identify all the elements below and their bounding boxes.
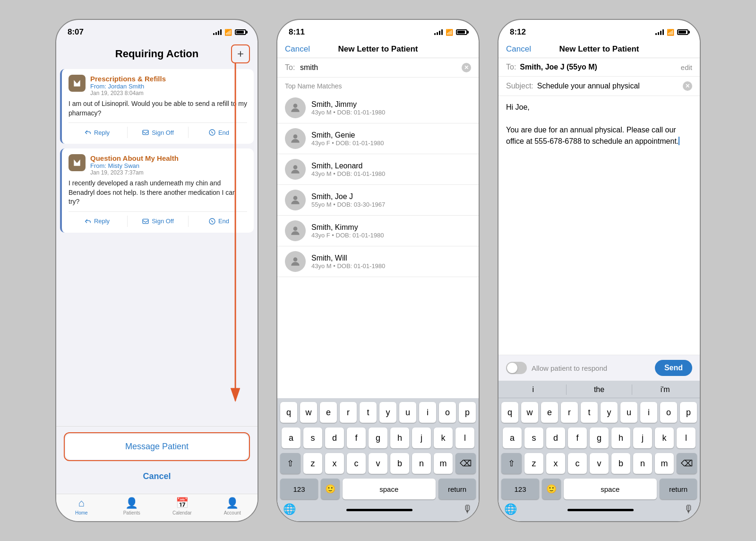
allow-respond-toggle[interactable] xyxy=(506,362,527,374)
key-r[interactable]: r xyxy=(340,402,357,423)
key-g[interactable]: g xyxy=(369,428,387,448)
globe-icon-3[interactable]: 🌐 xyxy=(504,503,517,515)
key3-i[interactable]: i xyxy=(640,402,657,423)
predictive-im[interactable]: i'm xyxy=(632,384,698,395)
msg2-signoff-btn[interactable]: Sign Off xyxy=(129,216,186,227)
key3-k[interactable]: k xyxy=(655,428,674,448)
return-key-3[interactable]: return xyxy=(660,479,697,499)
mic-icon-2[interactable]: 🎙 xyxy=(463,503,473,515)
cancel-action-button[interactable]: Cancel xyxy=(64,465,250,488)
key3-f[interactable]: f xyxy=(568,428,587,448)
key3-h[interactable]: h xyxy=(611,428,630,448)
tab-home[interactable]: ⌂ Home xyxy=(56,497,107,515)
key3-n[interactable]: n xyxy=(633,453,652,474)
shift-key-3[interactable]: ⇧ xyxy=(501,453,522,474)
msg1-end-btn[interactable]: End xyxy=(190,127,247,138)
key3-e[interactable]: e xyxy=(541,402,558,423)
msg1-signoff-btn[interactable]: Sign Off xyxy=(129,127,186,138)
patient-item-5[interactable]: Smith, Will 43yo M • DOB: 01-01-1980 xyxy=(277,246,479,277)
space-key-2[interactable]: space xyxy=(343,479,436,499)
msg2-reply-btn[interactable]: Reply xyxy=(69,216,125,227)
add-button[interactable] xyxy=(231,44,250,63)
key3-p[interactable]: p xyxy=(680,402,697,423)
patient-item-0[interactable]: Smith, Jimmy 43yo M • DOB: 01-01-1980 xyxy=(277,93,479,123)
key3-g[interactable]: g xyxy=(590,428,609,448)
letter3-body[interactable]: Hi Joe, You are due for an annual physic… xyxy=(498,96,700,355)
emoji-key-2[interactable]: 🙂 xyxy=(321,479,340,499)
numbers-key-2[interactable]: 123 xyxy=(280,479,318,499)
letter-cancel-3[interactable]: Cancel xyxy=(506,44,534,54)
letter3-subject-value[interactable]: Schedule your annual physical xyxy=(537,82,683,90)
key-e[interactable]: e xyxy=(320,402,337,423)
key3-q[interactable]: q xyxy=(501,402,518,423)
key-x[interactable]: x xyxy=(325,453,344,474)
letter3-edit-btn[interactable]: edit xyxy=(681,63,692,71)
key3-b[interactable]: b xyxy=(611,453,630,474)
key3-u[interactable]: u xyxy=(620,402,637,423)
patient-item-4[interactable]: Smith, Kimmy 43yo F • DOB: 01-01-1980 xyxy=(277,216,479,246)
key-k[interactable]: k xyxy=(434,428,453,448)
key-f[interactable]: f xyxy=(347,428,366,448)
send-button[interactable]: Send xyxy=(655,360,692,376)
msg1-reply-btn[interactable]: Reply xyxy=(69,127,125,138)
key-p[interactable]: p xyxy=(459,402,476,423)
key3-d[interactable]: d xyxy=(546,428,565,448)
predictive-the[interactable]: the xyxy=(567,384,633,395)
letter-cancel-2[interactable]: Cancel xyxy=(285,44,313,54)
letter3-subject-clear[interactable]: ✕ xyxy=(683,81,692,91)
key-d[interactable]: d xyxy=(325,428,344,448)
key-o[interactable]: o xyxy=(439,402,456,423)
key-c[interactable]: c xyxy=(347,453,366,474)
key-v[interactable]: v xyxy=(369,453,387,474)
key-h[interactable]: h xyxy=(390,428,409,448)
key3-v[interactable]: v xyxy=(590,453,609,474)
message-patient-button[interactable]: Message Patient xyxy=(66,434,248,459)
key3-o[interactable]: o xyxy=(660,402,677,423)
key-n[interactable]: n xyxy=(412,453,431,474)
key-a[interactable]: a xyxy=(282,428,301,448)
mic-icon-3[interactable]: 🎙 xyxy=(684,503,694,515)
key3-x[interactable]: x xyxy=(546,453,565,474)
msg2-end-btn[interactable]: End xyxy=(190,216,247,227)
predictive-i[interactable]: i xyxy=(500,384,567,395)
tab-calendar[interactable]: 📅 Calendar xyxy=(157,497,207,515)
key3-m[interactable]: m xyxy=(655,453,674,474)
numbers-key-3[interactable]: 123 xyxy=(501,479,539,499)
space-key-3[interactable]: space xyxy=(564,479,657,499)
key-y[interactable]: y xyxy=(379,402,396,423)
key3-s[interactable]: s xyxy=(524,428,543,448)
patient-item-3[interactable]: Smith, Joe J 55yo M • DOB: 03-30-1967 xyxy=(277,185,479,216)
delete-key-3[interactable]: ⌫ xyxy=(677,453,697,474)
key3-y[interactable]: y xyxy=(601,402,618,423)
key-l[interactable]: l xyxy=(455,428,474,448)
tab-account[interactable]: 👤 Account xyxy=(207,497,258,515)
key-u[interactable]: u xyxy=(399,402,416,423)
key-q[interactable]: q xyxy=(280,402,297,423)
key3-j[interactable]: j xyxy=(633,428,652,448)
key3-a[interactable]: a xyxy=(503,428,522,448)
key-m[interactable]: m xyxy=(434,453,453,474)
to-value-2[interactable]: smith xyxy=(300,63,462,72)
key-w[interactable]: w xyxy=(300,402,317,423)
patient-item-2[interactable]: Smith, Leonard 43yo M • DOB: 01-01-1980 xyxy=(277,154,479,185)
key3-t[interactable]: t xyxy=(581,402,598,423)
key3-r[interactable]: r xyxy=(561,402,578,423)
key3-w[interactable]: w xyxy=(521,402,538,423)
delete-key-2[interactable]: ⌫ xyxy=(455,453,476,474)
key3-l[interactable]: l xyxy=(677,428,696,448)
key-t[interactable]: t xyxy=(360,402,377,423)
key3-c[interactable]: c xyxy=(568,453,587,474)
shift-key-2[interactable]: ⇧ xyxy=(280,453,301,474)
tab-patients[interactable]: 👤 Patients xyxy=(107,497,157,515)
key-j[interactable]: j xyxy=(412,428,431,448)
key-s[interactable]: s xyxy=(303,428,322,448)
key-i[interactable]: i xyxy=(419,402,436,423)
to-clear-btn-2[interactable]: ✕ xyxy=(462,63,471,72)
patient-item-1[interactable]: Smith, Genie 43yo F • DOB: 01-01-1980 xyxy=(277,123,479,154)
emoji-key-3[interactable]: 🙂 xyxy=(542,479,561,499)
return-key-2[interactable]: return xyxy=(438,479,476,499)
key3-z[interactable]: z xyxy=(524,453,543,474)
key-z[interactable]: z xyxy=(303,453,322,474)
key-b[interactable]: b xyxy=(390,453,409,474)
globe-icon-2[interactable]: 🌐 xyxy=(283,503,296,515)
